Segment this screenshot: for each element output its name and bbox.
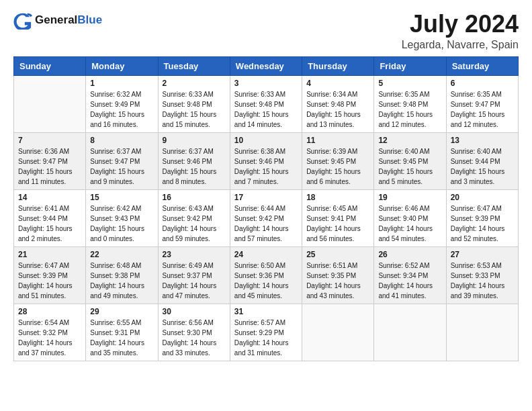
day-sunrise: Sunrise: 6:47 AM — [18, 262, 69, 269]
day-number: 21 — [18, 250, 81, 259]
calendar-week-row: 7 Sunrise: 6:36 AM Sunset: 9:47 PM Dayli… — [14, 132, 519, 189]
day-sunset: Sunset: 9:39 PM — [451, 215, 500, 222]
table-row — [14, 75, 86, 132]
day-sunrise: Sunrise: 6:37 AM — [163, 148, 214, 155]
day-sunrise: Sunrise: 6:43 AM — [163, 205, 214, 212]
day-sunset: Sunset: 9:42 PM — [163, 215, 212, 222]
day-sunrise: Sunrise: 6:45 AM — [306, 205, 357, 212]
header-wednesday: Wednesday — [230, 56, 302, 75]
table-row: 17 Sunrise: 6:44 AM Sunset: 9:42 PM Dayl… — [230, 189, 302, 246]
calendar-week-row: 14 Sunrise: 6:41 AM Sunset: 9:44 PM Dayl… — [14, 189, 519, 246]
day-sunset: Sunset: 9:45 PM — [378, 158, 428, 165]
day-daylight: Daylight: 15 hours and 7 minutes. — [234, 168, 289, 185]
day-number: 9 — [163, 136, 226, 145]
day-sunset: Sunset: 9:33 PM — [451, 272, 500, 279]
day-daylight: Daylight: 14 hours and 37 minutes. — [18, 339, 73, 357]
table-row: 7 Sunrise: 6:36 AM Sunset: 9:47 PM Dayli… — [14, 132, 86, 189]
day-sunrise: Sunrise: 6:32 AM — [90, 91, 141, 98]
day-sunset: Sunset: 9:45 PM — [306, 158, 356, 165]
day-number: 7 — [18, 136, 81, 145]
calendar-week-row: 21 Sunrise: 6:47 AM Sunset: 9:39 PM Dayl… — [14, 246, 519, 304]
day-number: 12 — [378, 136, 441, 145]
day-sunrise: Sunrise: 6:54 AM — [18, 319, 69, 326]
day-daylight: Daylight: 14 hours and 43 minutes. — [306, 282, 361, 300]
header-monday: Monday — [86, 56, 158, 75]
table-row: 12 Sunrise: 6:40 AM Sunset: 9:45 PM Dayl… — [374, 132, 446, 189]
table-row: 28 Sunrise: 6:54 AM Sunset: 9:32 PM Dayl… — [14, 304, 86, 361]
table-row: 5 Sunrise: 6:35 AM Sunset: 9:48 PM Dayli… — [374, 75, 446, 132]
day-daylight: Daylight: 15 hours and 12 minutes. — [378, 111, 433, 128]
day-sunset: Sunset: 9:37 PM — [163, 272, 212, 279]
day-daylight: Daylight: 14 hours and 39 minutes. — [451, 282, 505, 300]
day-daylight: Daylight: 15 hours and 15 minutes. — [163, 111, 217, 128]
table-row: 18 Sunrise: 6:45 AM Sunset: 9:41 PM Dayl… — [302, 189, 374, 246]
day-daylight: Daylight: 15 hours and 3 minutes. — [451, 168, 505, 185]
day-number: 14 — [18, 193, 81, 202]
day-number: 1 — [90, 79, 153, 88]
day-sunrise: Sunrise: 6:41 AM — [18, 205, 69, 212]
table-row: 3 Sunrise: 6:33 AM Sunset: 9:48 PM Dayli… — [230, 75, 302, 132]
header-saturday: Saturday — [446, 56, 518, 75]
calendar-header-row: Sunday Monday Tuesday Wednesday Thursday… — [14, 56, 519, 75]
day-sunrise: Sunrise: 6:33 AM — [163, 91, 214, 98]
table-row: 24 Sunrise: 6:50 AM Sunset: 9:36 PM Dayl… — [230, 246, 302, 304]
table-row — [446, 304, 518, 361]
day-sunset: Sunset: 9:29 PM — [234, 329, 284, 336]
day-sunset: Sunset: 9:48 PM — [378, 101, 428, 108]
day-number: 10 — [234, 136, 298, 145]
day-number: 30 — [163, 307, 226, 316]
logo-general: General — [35, 13, 77, 27]
day-daylight: Daylight: 14 hours and 54 minutes. — [378, 225, 433, 242]
table-row: 11 Sunrise: 6:39 AM Sunset: 9:45 PM Dayl… — [302, 132, 374, 189]
day-sunset: Sunset: 9:36 PM — [234, 272, 284, 279]
day-sunset: Sunset: 9:31 PM — [90, 329, 140, 336]
table-row: 1 Sunrise: 6:32 AM Sunset: 9:49 PM Dayli… — [86, 75, 158, 132]
day-number: 13 — [451, 136, 514, 145]
calendar-table: Sunday Monday Tuesday Wednesday Thursday… — [13, 56, 519, 361]
day-sunrise: Sunrise: 6:55 AM — [90, 319, 141, 326]
day-sunrise: Sunrise: 6:35 AM — [378, 91, 429, 98]
day-number: 3 — [234, 79, 298, 88]
day-sunset: Sunset: 9:35 PM — [306, 272, 356, 279]
day-sunset: Sunset: 9:48 PM — [163, 101, 212, 108]
day-daylight: Daylight: 15 hours and 9 minutes. — [90, 168, 144, 185]
day-number: 31 — [234, 307, 298, 316]
day-number: 25 — [306, 250, 369, 259]
day-number: 29 — [90, 307, 153, 316]
day-sunset: Sunset: 9:38 PM — [90, 272, 140, 279]
day-daylight: Daylight: 15 hours and 13 minutes. — [306, 111, 361, 128]
logo-icon — [13, 11, 32, 30]
logo-blue: Blue — [77, 13, 102, 27]
page: General Blue July 2024 Legarda, Navarre,… — [0, 0, 532, 411]
table-row: 26 Sunrise: 6:52 AM Sunset: 9:34 PM Dayl… — [374, 246, 446, 304]
day-sunset: Sunset: 9:48 PM — [306, 101, 356, 108]
table-row: 14 Sunrise: 6:41 AM Sunset: 9:44 PM Dayl… — [14, 189, 86, 246]
day-sunset: Sunset: 9:47 PM — [90, 158, 140, 165]
table-row — [374, 304, 446, 361]
day-daylight: Daylight: 14 hours and 57 minutes. — [234, 225, 289, 242]
day-sunrise: Sunrise: 6:40 AM — [378, 148, 429, 155]
table-row: 22 Sunrise: 6:48 AM Sunset: 9:38 PM Dayl… — [86, 246, 158, 304]
day-daylight: Daylight: 14 hours and 47 minutes. — [163, 282, 217, 300]
day-daylight: Daylight: 14 hours and 31 minutes. — [234, 339, 289, 357]
day-number: 19 — [378, 193, 441, 202]
table-row: 29 Sunrise: 6:55 AM Sunset: 9:31 PM Dayl… — [86, 304, 158, 361]
logo: General Blue — [13, 11, 102, 30]
table-row: 13 Sunrise: 6:40 AM Sunset: 9:44 PM Dayl… — [446, 132, 518, 189]
day-daylight: Daylight: 15 hours and 12 minutes. — [451, 111, 505, 128]
day-sunrise: Sunrise: 6:56 AM — [163, 319, 214, 326]
day-sunset: Sunset: 9:32 PM — [18, 329, 68, 336]
day-number: 15 — [90, 193, 153, 202]
day-daylight: Daylight: 14 hours and 49 minutes. — [90, 282, 144, 300]
day-sunrise: Sunrise: 6:42 AM — [90, 205, 141, 212]
day-number: 5 — [378, 79, 441, 88]
day-daylight: Daylight: 14 hours and 56 minutes. — [306, 225, 361, 242]
table-row: 16 Sunrise: 6:43 AM Sunset: 9:42 PM Dayl… — [158, 189, 230, 246]
day-sunset: Sunset: 9:41 PM — [306, 215, 356, 222]
day-sunset: Sunset: 9:30 PM — [163, 329, 212, 336]
day-number: 8 — [90, 136, 153, 145]
day-sunrise: Sunrise: 6:53 AM — [451, 262, 502, 269]
day-sunrise: Sunrise: 6:57 AM — [234, 319, 285, 326]
day-sunset: Sunset: 9:46 PM — [163, 158, 212, 165]
day-sunset: Sunset: 9:48 PM — [234, 101, 284, 108]
